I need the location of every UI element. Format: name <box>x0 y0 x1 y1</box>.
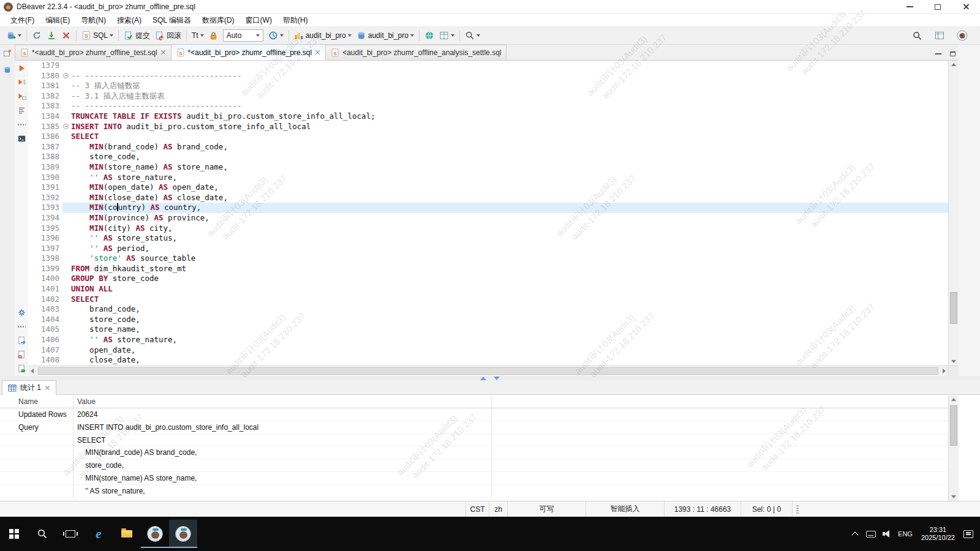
code-line-1400[interactable]: 1400GROUP BY store_code <box>28 274 948 284</box>
code-line-1386[interactable]: 1386SELECT <box>28 132 948 142</box>
code-line-1398[interactable]: 1398 'store' AS source_table <box>28 253 948 264</box>
status-language[interactable]: zh <box>489 501 507 517</box>
action-center-button[interactable] <box>960 522 976 546</box>
menu-item-5[interactable]: SQL 编辑器 <box>147 15 197 26</box>
code-line-1403[interactable]: 1403 brand_code, <box>28 304 948 315</box>
scroll-right-icon[interactable] <box>943 369 946 373</box>
code-line-1382[interactable]: 1382-- 3.1 插入店铺主数据表 <box>28 91 948 102</box>
more-output-actions-button[interactable] <box>16 321 27 332</box>
execute-statement-button[interactable] <box>16 62 27 73</box>
status-timezone[interactable]: CST <box>466 501 489 517</box>
minimize-view-icon[interactable] <box>935 53 941 54</box>
code-line-1396[interactable]: 1396 '' AS store_status, <box>28 233 948 244</box>
stats-row-4[interactable]: MIN(brand_code) AS brand_code, <box>0 446 948 459</box>
dbeaver-taskbar-button-2[interactable] <box>169 520 197 548</box>
code-line-1379[interactable]: 1379 <box>28 61 948 71</box>
menu-item-3[interactable]: 导航(N) <box>75 15 111 26</box>
code-line-1397[interactable]: 1397 '' AS period, <box>28 244 948 254</box>
code-line-1380[interactable]: 1380-- ---------------------------------… <box>28 71 948 81</box>
new-connection-button[interactable] <box>4 29 24 42</box>
menu-item-2[interactable]: 编辑(E) <box>40 15 75 26</box>
stats-row-7[interactable]: '' AS store_nature, <box>0 485 948 498</box>
code-line-1401[interactable]: 1401UNION ALL <box>28 284 948 294</box>
transaction-history-button[interactable] <box>266 29 286 42</box>
results-layout-button[interactable] <box>437 29 457 42</box>
results-vscroll-thumb[interactable] <box>950 405 957 446</box>
open-console-button[interactable] <box>16 133 27 144</box>
stats-row-1[interactable]: Updated Rows20624 <box>0 408 948 421</box>
code-line-1402[interactable]: 1402SELECT <box>28 294 948 305</box>
tray-expand-button[interactable] <box>847 522 863 546</box>
status-insert-mode[interactable]: 智能插入 <box>586 501 664 517</box>
volume-button[interactable] <box>879 522 895 546</box>
more-actions-button[interactable] <box>16 119 27 130</box>
connection-select[interactable]: audit_bi_pro <box>292 29 354 42</box>
menu-item-8[interactable]: 帮助(H) <box>277 15 314 26</box>
menu-item-6[interactable]: 数据库(D) <box>197 15 240 26</box>
internet-explorer-button[interactable]: e <box>85 520 113 548</box>
tab-close-icon[interactable] <box>160 50 166 56</box>
code-line-1391[interactable]: 1391 MIN(open_date) AS open_date, <box>28 182 948 193</box>
search-dropdown-button[interactable] <box>462 29 483 42</box>
code-line-1394[interactable]: 1394 MIN(province) AS province, <box>28 213 948 223</box>
commit-button[interactable]: 提交 <box>121 29 153 42</box>
save-to-file-button[interactable] <box>16 349 27 360</box>
editor-hscrollbar[interactable] <box>28 365 948 376</box>
code-line-1404[interactable]: 1404 store_code, <box>28 315 948 325</box>
connect-button[interactable] <box>44 29 59 42</box>
export-to-database-button[interactable] <box>16 363 27 374</box>
file-explorer-button[interactable] <box>113 520 141 548</box>
database-navigator-button[interactable] <box>2 64 13 75</box>
scroll-up-icon[interactable] <box>951 398 956 401</box>
code-line-1395[interactable]: 1395 MIN(city) AS city, <box>28 223 948 234</box>
minimize-button[interactable] <box>895 0 924 13</box>
editor-vscroll-thumb[interactable] <box>950 292 957 324</box>
task-view-button[interactable] <box>56 520 85 548</box>
execute-new-tab-button[interactable] <box>16 91 27 102</box>
code-line-1405[interactable]: 1405 store_name, <box>28 324 948 335</box>
results-vscrollbar[interactable] <box>948 395 959 501</box>
code-line-1383[interactable]: 1383-- ---------------------------------… <box>28 101 948 111</box>
export-resultset-button[interactable] <box>16 335 27 346</box>
tab-close-icon[interactable] <box>315 50 320 55</box>
editor-tab-3[interactable]: S<audit_bi_pro> zhumr_offline_analysis_s… <box>325 45 507 60</box>
timezone-button[interactable] <box>422 29 437 42</box>
quick-search-button[interactable] <box>910 29 925 42</box>
code-line-1384[interactable]: 1384TRUNCATE TABLE IF EXISTS audit_bi_pr… <box>28 111 948 122</box>
menu-item-4[interactable]: 搜索(A) <box>111 15 147 26</box>
collapse-down-icon[interactable] <box>494 377 500 380</box>
code-line-1388[interactable]: 1388 store_code, <box>28 152 948 162</box>
code-line-1389[interactable]: 1389 MIN(store_name) AS store_name, <box>28 162 948 173</box>
code-line-1407[interactable]: 1407 open_date, <box>28 345 948 356</box>
status-write-mode[interactable]: 可写 <box>507 501 586 517</box>
tab-close-icon[interactable] <box>45 385 50 391</box>
column-header-value[interactable]: Value <box>74 395 492 408</box>
code-line-1406[interactable]: 1406 '' AS store_nature, <box>28 335 948 345</box>
menu-item-7[interactable]: 窗口(W) <box>240 15 277 26</box>
editor-vscrollbar[interactable] <box>948 61 959 365</box>
column-header-name[interactable]: Name <box>0 395 74 408</box>
new-sql-editor-button[interactable]: S SQL <box>79 29 116 42</box>
maximize-view-icon[interactable] <box>950 51 956 56</box>
disconnect-button[interactable] <box>59 29 74 42</box>
code-line-1399[interactable]: 1399FROM dim_hkaudit_store_mt <box>28 264 948 274</box>
stats-row-5[interactable]: store_code, <box>0 459 948 472</box>
scroll-up-icon[interactable] <box>951 63 956 66</box>
dbeaver-taskbar-button-1[interactable] <box>141 520 169 548</box>
code-line-1390[interactable]: 1390 '' AS store_nature, <box>28 173 948 183</box>
code-line-1393[interactable]: 1393 MIN(country) AS country, <box>28 203 948 213</box>
reconnect-button[interactable] <box>29 29 44 42</box>
start-button[interactable] <box>0 520 28 548</box>
dbeaver-badge-button[interactable] <box>954 29 970 42</box>
editor-hscroll-thumb[interactable] <box>38 367 938 375</box>
language-indicator[interactable]: ENG <box>895 522 916 546</box>
collapse-up-icon[interactable] <box>480 377 486 380</box>
menu-item-1[interactable]: 文件(F) <box>5 15 40 26</box>
code-line-1387[interactable]: 1387 MIN(brand_code) AS brand_code, <box>28 142 948 152</box>
code-line-1381[interactable]: 1381-- 3 插入店铺数据 <box>28 81 948 91</box>
editor-tab-2[interactable]: S*<audit_bi_pro> zhumr_offline_pre.sql <box>171 44 326 60</box>
editor-results-splitter[interactable] <box>0 376 980 380</box>
autocommit-select[interactable]: Auto <box>223 29 263 42</box>
code-line-1392[interactable]: 1392 MIN(close_date) AS close_date, <box>28 193 948 203</box>
fold-marker-icon[interactable] <box>62 71 71 81</box>
